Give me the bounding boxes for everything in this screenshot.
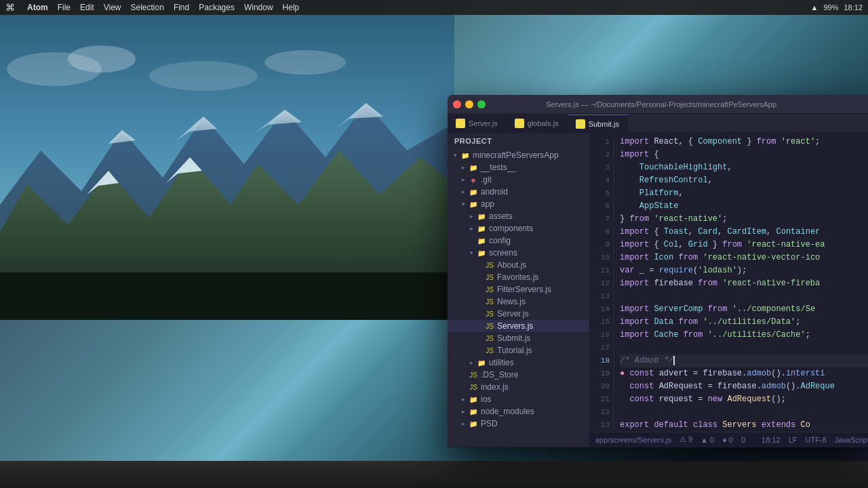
app-name[interactable]: Atom	[27, 3, 48, 12]
status-eol: LF	[789, 436, 797, 444]
folder-icon-root: 📁	[460, 152, 471, 159]
tree-tests[interactable]: ▸ 📁 __tests__	[448, 161, 589, 174]
ln-22: 22	[590, 406, 610, 419]
tree-utilities[interactable]: ▸ 📁 utilities	[448, 357, 589, 369]
tree-favorites[interactable]: JS Favorites.js	[448, 271, 589, 283]
tree-tutorial[interactable]: JS Tutorial.js	[448, 344, 589, 357]
code-line-20: const AdRequest = firebase.admob().AdReq…	[620, 380, 868, 393]
tree-label-submitjs: Submit.js	[497, 333, 530, 343]
ln-21: 21	[590, 393, 610, 406]
tree-about[interactable]: JS About.js	[448, 259, 589, 271]
tree-submitjs[interactable]: JS Submit.js	[448, 332, 589, 344]
help-menu[interactable]: Help	[283, 3, 300, 12]
menu-bar-right: ▲ 99% 18:12	[811, 3, 863, 12]
code-line-19: ● const advert = firebase.admob().inters…	[620, 367, 868, 380]
tree-label-filterservers: FilterServers.js	[497, 285, 551, 294]
tree-dsstore[interactable]: JS .DS_Store	[448, 369, 589, 381]
tab-icon-globals	[515, 119, 524, 128]
tab-globals-js[interactable]: globals.js	[507, 115, 568, 132]
tree-assets[interactable]: ▸ 📁 assets	[448, 210, 589, 222]
file-tree: Project ▾ 📁 minecraftPeServersApp ▸ 📁 __…	[448, 133, 590, 447]
arrow-android: ▸	[458, 188, 468, 195]
packages-menu[interactable]: Packages	[199, 3, 235, 12]
tree-news[interactable]: JS News.js	[448, 296, 589, 308]
folder-icon-screens: 📁	[476, 249, 487, 257]
folder-icon-components: 📁	[476, 225, 487, 232]
tree-serverjs[interactable]: JS Server.js	[448, 308, 589, 320]
arrow-git: ▸	[458, 176, 468, 183]
js-icon-serversjs: JS	[484, 323, 495, 330]
tree-git[interactable]: ▸ ◈ .git	[448, 174, 589, 186]
ln-3: 3	[590, 161, 610, 174]
svg-marker-13	[0, 272, 454, 320]
status-time: 18:12	[762, 436, 781, 444]
selection-menu[interactable]: Selection	[131, 3, 164, 12]
code-editor[interactable]: 1 2 3 4 5 6 7 8 9 10 11 12 13 14 15 16 1	[590, 133, 868, 447]
tree-psd[interactable]: ▸ 📁 PSD	[448, 418, 589, 430]
arrow-psd: ▸	[458, 420, 468, 427]
code-line-22	[620, 406, 868, 419]
tree-root[interactable]: ▾ 📁 minecraftPeServersApp	[448, 149, 589, 161]
tree-nodemodules[interactable]: ▸ 📁 node_modules	[448, 405, 589, 418]
tab-submit-js[interactable]: Submit.js	[568, 115, 628, 132]
tree-label-config: config	[489, 236, 511, 245]
code-line-11: var _ = require('lodash');	[620, 264, 868, 277]
tab-server-js[interactable]: Server.js	[448, 115, 507, 132]
ln-14: 14	[590, 303, 610, 316]
tree-label-dsstore: .DS_Store	[481, 370, 518, 380]
tree-android[interactable]: ▸ 📁 android	[448, 186, 589, 198]
arrow-app: ▾	[458, 201, 468, 207]
code-line-14: import ServerComp from '../components/Se	[620, 303, 868, 316]
status-info: ● 0	[722, 436, 733, 444]
mountains-svg	[0, 15, 454, 320]
tab-icon-server	[456, 119, 465, 128]
ln-20: 20	[590, 380, 610, 393]
line-numbers: 1 2 3 4 5 6 7 8 9 10 11 12 13 14 15 16 1	[590, 133, 614, 432]
status-right: 18:12 LF UTF-8 JavaScript	[762, 436, 868, 444]
tree-label-news: News.js	[497, 297, 526, 306]
code-line-3: TouchableHighlight,	[620, 161, 868, 174]
folder-icon-utilities: 📁	[476, 359, 487, 367]
file-menu[interactable]: File	[58, 3, 71, 12]
find-menu[interactable]: Find	[174, 3, 189, 12]
tree-components[interactable]: ▸ 📁 components	[448, 222, 589, 235]
arrow-components: ▸	[467, 225, 476, 232]
tree-screens[interactable]: ▾ 📁 screens	[448, 247, 589, 259]
tree-label-root: minecraftPeServersApp	[473, 150, 559, 160]
js-icon-index: JS	[468, 384, 479, 391]
tree-serversjs[interactable]: JS Servers.js	[448, 320, 589, 332]
status-errors: ⚠ 9	[679, 435, 692, 444]
code-line-15: import Data from '../utilities/Data';	[620, 316, 868, 329]
tab-icon-submit	[576, 119, 585, 129]
tree-config[interactable]: 📁 config	[448, 235, 589, 247]
folder-icon-git: ◈	[468, 176, 479, 184]
js-icon-tutorial: JS	[484, 347, 495, 354]
tree-label-favorites: Favorites.js	[497, 272, 538, 282]
arrow-assets: ▸	[467, 213, 476, 220]
ln-5: 5	[590, 187, 610, 200]
tree-label-index: index.js	[481, 382, 509, 392]
tree-label-android: android	[481, 187, 508, 197]
ln-4: 4	[590, 174, 610, 187]
tree-app[interactable]: ▾ 📁 app	[448, 198, 589, 210]
js-icon-about: JS	[484, 262, 495, 269]
tab-label-submit: Submit.js	[589, 120, 619, 128]
tree-filterservers[interactable]: JS FilterServers.js	[448, 283, 589, 296]
folder-icon-tests: 📁	[468, 164, 479, 171]
status-bar: app/screens/Servers.js ⚠ 9 ▲ 0 ● 0 0 18:…	[590, 432, 868, 447]
wifi-icon: ▲	[811, 3, 818, 12]
ln-6: 6	[590, 200, 610, 213]
apple-menu[interactable]: ⌘	[5, 2, 15, 13]
code-line-8: import { Toast, Card, CardItem, Containe…	[620, 226, 868, 239]
edit-menu[interactable]: Edit	[80, 3, 94, 12]
folder-icon-assets: 📁	[476, 213, 487, 220]
code-line-23: export default class Servers extends Co	[620, 419, 868, 432]
status-language: JavaScript	[835, 436, 868, 444]
svg-point-4	[264, 50, 346, 75]
view-menu[interactable]: View	[104, 3, 121, 12]
tree-index[interactable]: JS index.js	[448, 381, 589, 393]
window-menu[interactable]: Window	[244, 3, 273, 12]
tree-label-tutorial: Tutorial.js	[497, 346, 532, 355]
tab-label-globals: globals.js	[528, 119, 559, 127]
tree-ios[interactable]: ▸ 📁 ios	[448, 393, 589, 405]
